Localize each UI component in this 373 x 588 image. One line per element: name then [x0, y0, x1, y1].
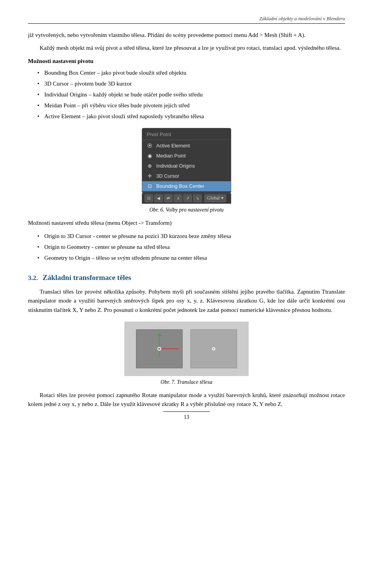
section-heading-32: 3.2. Základní transformace těles — [28, 273, 345, 282]
pivot-menu: Pivot Point ⦿ Active Element ◉ Median Po… — [142, 128, 231, 193]
intro-p2: Každý mesh objekt má svůj pivot a střed … — [28, 44, 345, 52]
translate-obj-left — [136, 329, 183, 368]
median-point-icon: ◉ — [146, 152, 153, 159]
toolbar-btn-4[interactable]: ∧ — [174, 194, 182, 202]
pivot-menu-title: Pivot Point — [142, 130, 231, 140]
pivot-toolbar: ⊡ ◀ ⇄ ∧ ↗ ↘ Global ▾ — [142, 193, 231, 204]
figure-caption-translate: Obr. 7. Translace tělesa — [160, 379, 212, 385]
list-item: Origin to Geometry - center se přesune n… — [37, 242, 345, 252]
list-item: Individual Origins – každý objekt se bud… — [37, 90, 345, 99]
footer-divider — [163, 411, 210, 412]
header-title: Základní objekty a modelování v Blenderu — [259, 16, 345, 21]
pivot-menu-item-3dcursor[interactable]: ✛ 3D Cursor — [142, 171, 231, 181]
bullet-list-pivot: Bounding Box Center – jako pivot bude sl… — [37, 68, 345, 121]
page-header: Základní objekty a modelování v Blenderu — [28, 16, 345, 24]
translate-figure-widget — [124, 322, 249, 376]
list-item: Origin to 3D Cursor - center se přesune … — [37, 231, 345, 241]
toolbar-btn-3[interactable]: ⇄ — [164, 194, 173, 202]
figure-translate: Obr. 7. Translace tělesa — [28, 322, 345, 385]
pivot-menu-item-active-element[interactable]: ⦿ Active Element — [142, 141, 231, 151]
section-number: 3.2. — [28, 274, 38, 282]
moznosti2-heading: Možnosti nastavení středu tělesa (menu O… — [28, 219, 345, 228]
list-item: Geometry to Origin – těleso se svým stře… — [37, 253, 345, 262]
pivot-item-label: 3D Cursor — [156, 173, 179, 179]
pivot-menu-item-bounding[interactable]: ⊡ Bounding Box Center — [142, 181, 231, 191]
pivot-menu-item-median[interactable]: ◉ Median Point — [142, 151, 231, 161]
toolbar-global[interactable]: Global ▾ — [204, 194, 226, 202]
toolbar-btn-2[interactable]: ◀ — [154, 194, 163, 202]
pivot-item-label: Individual Origins — [156, 163, 195, 169]
rotace-paragraph: Rotaci těles lze provést pomocí zapnutéh… — [28, 391, 345, 409]
page-footer: 13 — [28, 411, 345, 420]
intro-p1: již vytvořených, nebo vytvořením vlastní… — [28, 31, 345, 40]
figure-pivot-menu: Pivot Point ⦿ Active Element ◉ Median Po… — [28, 128, 345, 213]
axis-x — [159, 348, 179, 349]
axis-y — [159, 334, 160, 357]
individual-origins-icon: ⊕ — [146, 163, 153, 170]
pivot-item-label: Active Element — [156, 143, 190, 149]
section-title: Základní transformace těles — [43, 273, 131, 282]
3d-cursor-icon: ✛ — [146, 173, 153, 180]
arrow-y — [157, 333, 161, 336]
origin-dot2 — [212, 347, 215, 350]
page: Základní objekty a modelování v Blenderu… — [0, 0, 373, 436]
toolbar-btn-1[interactable]: ⊡ — [145, 194, 153, 202]
bounding-box-icon: ⊡ — [146, 183, 153, 190]
list-item: Meidan Point – při výběru více těles bud… — [37, 101, 345, 110]
page-number: 13 — [184, 414, 189, 420]
figure-caption-pivot: Obr. 6. Volby pro nastavení pivotu — [149, 207, 223, 213]
origin-dot — [157, 347, 161, 351]
toolbar-btn-5[interactable]: ↗ — [183, 194, 192, 202]
translate-obj-right — [190, 329, 237, 368]
toolbar-btn-6[interactable]: ↘ — [193, 194, 202, 202]
list-item: Bounding Box Center – jako pivot bude sl… — [37, 68, 345, 77]
active-element-icon: ⦿ — [146, 142, 153, 149]
pivot-item-label: Bounding Box Center — [156, 183, 204, 189]
list-item: 3D Cursor – pivotem bude 3D kurzor — [37, 79, 345, 88]
pivot-menu-item-individual[interactable]: ⊕ Individual Origins — [142, 161, 231, 171]
bullet-list-origin: Origin to 3D Cursor - center se přesune … — [37, 231, 345, 262]
moznosti-heading: Možnosti nastavení pivotu — [28, 57, 345, 66]
translace-paragraph: Translaci těles lze provést několika způ… — [28, 287, 345, 315]
list-item: Active Element – jako pivot slouží střed… — [37, 112, 345, 121]
pivot-menu-widget: Pivot Point ⦿ Active Element ◉ Median Po… — [142, 128, 231, 204]
pivot-item-label: Median Point — [156, 153, 186, 159]
